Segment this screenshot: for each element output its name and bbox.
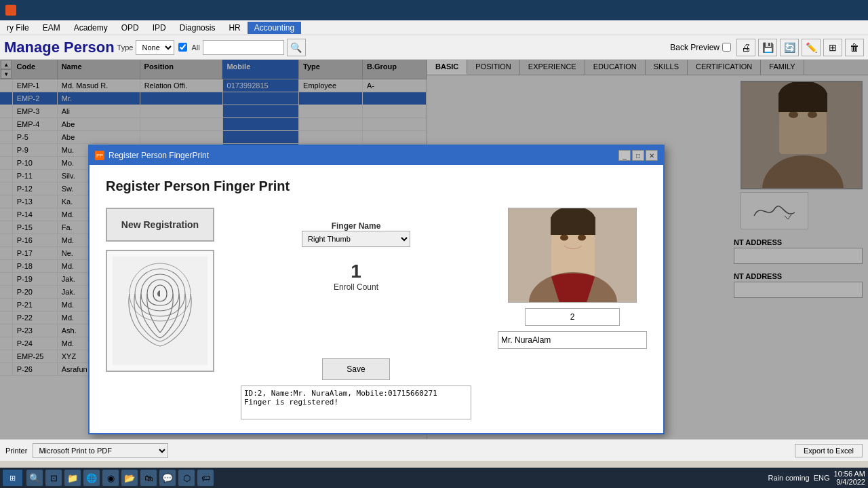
footer: Printer Microsoft Print to PDF Export to…: [0, 439, 868, 461]
person-id-input[interactable]: 2: [525, 308, 620, 326]
menu-academy[interactable]: Academy: [67, 22, 115, 34]
page-title: Manage Person: [4, 39, 115, 56]
save-button[interactable]: Save: [322, 358, 390, 380]
print-icon-btn[interactable]: 🖨: [736, 39, 755, 56]
export-excel-button[interactable]: Export to Excel: [795, 444, 863, 457]
modal-right-section: 2 Mr. NuraAlam: [498, 208, 647, 419]
svg-point-14: [560, 235, 568, 241]
modal-controls: _ □ ✕: [618, 150, 658, 161]
save-icon-btn[interactable]: 💾: [758, 39, 777, 56]
refresh-icon-btn[interactable]: 🔄: [780, 39, 799, 56]
app-icon: [5, 5, 16, 16]
search-button[interactable]: 🔍: [287, 39, 306, 56]
modal-maximize[interactable]: □: [632, 150, 644, 161]
type-select[interactable]: None: [136, 40, 174, 55]
fingerprint-modal: FP Register Person FingerPrint _ □ ✕ Reg…: [88, 145, 665, 434]
enroll-count-label: Enroll Count: [334, 282, 378, 292]
modal-title-bar: FP Register Person FingerPrint _ □ ✕: [90, 146, 663, 165]
menu-hr[interactable]: HR: [222, 22, 247, 34]
fingerprint-display: [106, 250, 214, 372]
search-input[interactable]: [203, 40, 284, 55]
modal-overlay: FP Register Person FingerPrint _ □ ✕ Reg…: [0, 60, 868, 439]
toolbar: Manage Person Type None All 🔍 Back Previ…: [0, 35, 868, 60]
menu-ipd[interactable]: IPD: [146, 22, 173, 34]
menu-eam[interactable]: EAM: [36, 22, 67, 34]
grid-icon-btn[interactable]: ⊞: [823, 39, 842, 56]
modal-minimize[interactable]: _: [618, 150, 631, 161]
new-registration-button[interactable]: New Registration: [106, 208, 214, 242]
content-area: ▲ ▼ Code Name Position Mobile Type B.Gro…: [0, 60, 868, 439]
info-textarea[interactable]: ID:2, Name:Mr. NuraAlam, Mobile:01715660…: [241, 386, 471, 419]
menu-opd[interactable]: OPD: [115, 22, 146, 34]
finger-name-select[interactable]: Right Thumb Left Thumb Right Index Left …: [302, 231, 410, 247]
all-label: All: [191, 43, 199, 52]
back-preview-label: Back Preview: [670, 43, 719, 52]
enroll-count-value: 1: [351, 261, 361, 282]
modal-left-section: New Registration: [106, 208, 214, 419]
menu-file[interactable]: ry File: [0, 22, 36, 34]
modal-heading: Register Person Finger Print: [106, 179, 647, 194]
delete-icon-btn[interactable]: 🗑: [845, 39, 864, 56]
title-bar: [0, 0, 868, 20]
svg-rect-17: [551, 217, 595, 235]
modal-icon: FP: [95, 151, 104, 160]
back-preview-area: Back Preview: [670, 43, 731, 52]
modal-body: Register Person Finger Print New Registr…: [90, 165, 663, 433]
printer-label: Printer: [5, 447, 27, 455]
menu-accounting[interactable]: Accounting: [248, 22, 301, 34]
type-label: Type: [117, 43, 134, 52]
svg-rect-12: [551, 243, 595, 277]
all-checkbox[interactable]: [178, 43, 187, 52]
menu-diagnosis[interactable]: Diagnosis: [173, 22, 222, 34]
modal-title-text: Register Person FingerPrint: [108, 151, 209, 160]
modal-close[interactable]: ✕: [646, 150, 658, 161]
modal-person-photo: [508, 208, 637, 303]
edit-icon-btn[interactable]: ✏️: [802, 39, 821, 56]
modal-content-area: New Registration: [106, 208, 647, 419]
app-window: ry File EAM Academy OPD IPD Diagnosis HR…: [0, 0, 868, 461]
menu-bar: ry File EAM Academy OPD IPD Diagnosis HR…: [0, 20, 868, 35]
back-preview-checkbox[interactable]: [722, 43, 731, 52]
modal-center-section: Finger Name Right Thumb Left Thumb Right…: [228, 208, 484, 419]
printer-select[interactable]: Microsoft Print to PDF: [33, 443, 168, 458]
finger-name-label: Finger Name: [332, 221, 381, 231]
svg-point-15: [578, 235, 586, 241]
person-name-input[interactable]: Mr. NuraAlam: [498, 331, 647, 349]
